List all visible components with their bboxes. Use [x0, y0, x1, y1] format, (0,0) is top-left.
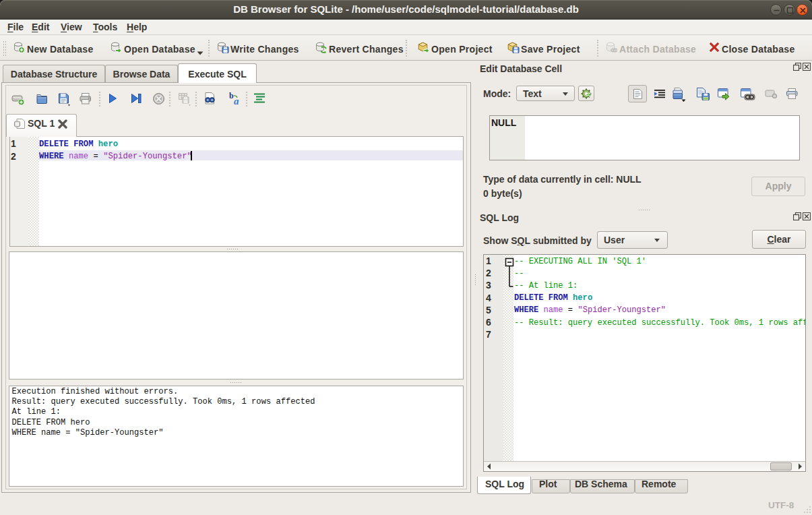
- svg-text:a: a: [234, 96, 239, 107]
- svg-text:b: b: [229, 92, 234, 100]
